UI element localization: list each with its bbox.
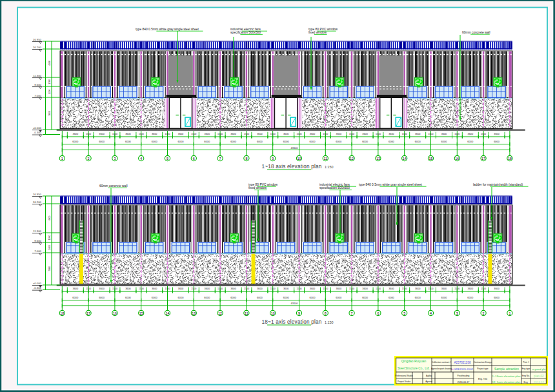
svg-text:3600: 3600: [230, 288, 236, 290]
svg-text:3600: 3600: [310, 288, 315, 290]
svg-text:3600: 3600: [494, 288, 499, 290]
svg-text:7.000: 7.000: [34, 94, 41, 97]
svg-text:1500: 1500: [217, 133, 223, 135]
svg-text:3600: 3600: [441, 288, 447, 290]
svg-text:16: 16: [113, 311, 117, 315]
svg-text:6000: 6000: [283, 296, 290, 299]
svg-text:1500: 1500: [217, 288, 223, 290]
svg-text:1500: 1500: [165, 288, 170, 290]
svg-text:60mm concrete wall: 60mm concrete wall: [99, 184, 128, 188]
svg-text:11: 11: [323, 157, 327, 161]
svg-text:9.600: 9.600: [34, 83, 41, 86]
svg-text:Project type: Project type: [477, 368, 489, 370]
svg-text:Proofreading: Proofreading: [458, 375, 470, 377]
svg-text:Steel Structure Co., Ltd.: Steel Structure Co., Ltd.: [398, 367, 430, 370]
svg-text:6000: 6000: [178, 296, 185, 299]
svg-text:1500: 1500: [349, 288, 354, 290]
svg-text:6000: 6000: [72, 296, 79, 299]
svg-text:3600: 3600: [362, 288, 367, 290]
svg-text:17: 17: [86, 311, 90, 315]
svg-text:Eng. Title: Eng. Title: [478, 378, 487, 380]
svg-text:8: 8: [325, 311, 327, 315]
svg-text:18~1axis elevation plan: 18~1axis elevation plan: [492, 380, 521, 384]
svg-text:16.950: 16.950: [33, 193, 42, 196]
svg-text:6000: 6000: [230, 296, 237, 299]
svg-text:2600: 2600: [48, 90, 51, 95]
svg-text:specification 500x500: specification 500x500: [319, 186, 350, 190]
svg-text:14: 14: [166, 311, 170, 315]
svg-text:1500: 1500: [139, 133, 144, 135]
svg-text:3600: 3600: [99, 288, 104, 290]
svg-text:1~18axis elevation plan: 1~18axis elevation plan: [492, 375, 521, 378]
svg-text:6000: 6000: [204, 140, 210, 143]
svg-text:1500: 1500: [165, 133, 170, 135]
svg-text:3600: 3600: [283, 133, 288, 135]
svg-text:7000: 7000: [48, 111, 51, 116]
svg-text:6000: 6000: [388, 140, 395, 143]
svg-text:3600: 3600: [230, 133, 236, 135]
svg-text:1500: 1500: [244, 133, 249, 135]
svg-text:A237021208: A237021208: [454, 361, 471, 364]
svg-text:6000: 6000: [415, 140, 421, 143]
svg-text:16.200: 16.200: [33, 46, 42, 49]
svg-text:6000: 6000: [362, 296, 368, 299]
svg-text:7000: 7000: [48, 266, 51, 271]
svg-text:6000: 6000: [152, 140, 158, 143]
svg-text:3600: 3600: [468, 288, 473, 290]
svg-text:1: 1: [61, 157, 63, 161]
svg-text:13: 13: [192, 311, 196, 315]
svg-text:3600: 3600: [73, 133, 78, 135]
svg-text:11: 11: [245, 311, 248, 315]
svg-text:1500: 1500: [429, 133, 434, 135]
svg-text:16.950: 16.950: [33, 38, 42, 41]
svg-text:fixed window: fixed window: [308, 31, 327, 34]
svg-text:3600: 3600: [257, 288, 262, 290]
svg-text:1500: 1500: [191, 288, 196, 290]
svg-text:1500: 1500: [297, 133, 302, 135]
svg-text:6000: 6000: [362, 140, 368, 143]
svg-text:14: 14: [403, 157, 407, 161]
svg-text:4900: 4900: [48, 61, 51, 66]
svg-text:2016-06-17: 2016-06-17: [458, 381, 469, 384]
svg-text:1500: 1500: [481, 288, 486, 290]
svg-text:6000: 6000: [441, 140, 448, 143]
svg-text:6000: 6000: [388, 296, 395, 299]
svg-text:16.200: 16.200: [33, 201, 42, 204]
svg-text:7: 7: [351, 311, 353, 315]
svg-text:1:150: 1:150: [325, 165, 334, 169]
svg-text:12: 12: [350, 157, 354, 161]
svg-text:±0.000: ±0.000: [33, 282, 42, 285]
svg-text:15: 15: [139, 311, 143, 315]
svg-text:4: 4: [140, 157, 142, 161]
svg-text:10: 10: [298, 157, 301, 161]
svg-text:1700: 1700: [48, 235, 51, 240]
svg-text:3600: 3600: [441, 133, 447, 135]
svg-text:2016.12: 2016.12: [534, 380, 544, 384]
svg-text:6000: 6000: [230, 140, 237, 143]
svg-text:3600: 3600: [310, 133, 315, 135]
svg-text:17: 17: [481, 157, 485, 161]
svg-text:type 80 PVC window: type 80 PVC window: [248, 183, 278, 186]
svg-text:8: 8: [245, 157, 247, 161]
svg-text:2: 2: [88, 157, 90, 161]
svg-text:Eng type: Eng type: [521, 368, 530, 370]
svg-text:3600: 3600: [125, 288, 130, 290]
svg-text:6000: 6000: [257, 140, 263, 143]
svg-text:Print #: Print #: [523, 361, 529, 364]
svg-text:15: 15: [429, 157, 433, 161]
svg-text:3600: 3600: [415, 288, 420, 290]
svg-text:6000: 6000: [125, 140, 132, 143]
svg-text:ladder for maintain(width (sta: ladder for maintain(width (standard): [473, 183, 523, 186]
svg-text:6: 6: [193, 157, 195, 161]
svg-text:industrial electric fans: industrial electric fans: [319, 183, 350, 186]
svg-text:1500: 1500: [376, 133, 381, 135]
svg-text:6000: 6000: [336, 140, 342, 143]
svg-text:1500: 1500: [86, 133, 91, 135]
svg-text:1~18 axis elevation plan: 1~18 axis elevation plan: [262, 164, 322, 170]
svg-text:6000: 6000: [310, 140, 316, 143]
svg-text:Qingdao Ruiyuan: Qingdao Ruiyuan: [401, 359, 427, 363]
svg-text:1500: 1500: [349, 133, 354, 135]
svg-text:6000: 6000: [283, 140, 290, 143]
svg-text:1500: 1500: [270, 288, 276, 290]
svg-text:Eng.: Eng.: [524, 381, 529, 384]
